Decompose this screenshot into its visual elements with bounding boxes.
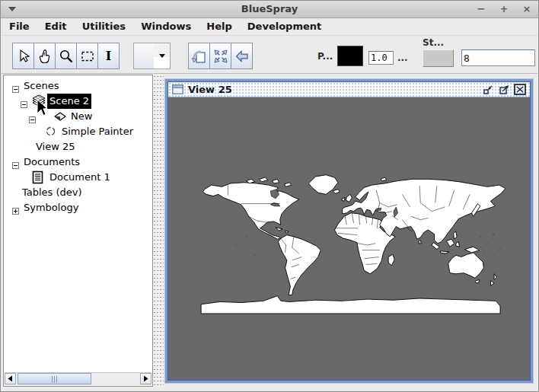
tree-row-documents: Documents [4,155,152,170]
view-window-titlebar[interactable]: View 25 [168,82,530,97]
view-minimize-button[interactable] [482,84,494,95]
hand-icon [37,49,53,64]
paint-color-swatch[interactable] [337,46,363,66]
tree-item-simple-painter[interactable]: Simple Painter [62,124,133,139]
scrollbar-thumb[interactable] [18,373,91,384]
paint-label: P... [317,51,333,62]
titlebar[interactable]: BlueSpray − + × [1,1,538,18]
marquee-tool-button[interactable] [76,43,98,69]
tree-row-scenes: Scenes [4,78,152,94]
stroke-style-button[interactable] [423,49,454,67]
maximize-icon [499,84,510,95]
scroll-left-button[interactable] [5,373,16,384]
map-canvas[interactable] [168,98,530,380]
tree-item-scene2[interactable]: Scene 2 [47,94,91,109]
tree-row-symbology: Symbology [4,200,152,215]
restore-down-icon [483,84,493,95]
view-close-button[interactable] [514,84,526,95]
marquee-icon [80,49,95,64]
expand-arrows-icon [213,49,228,64]
scroll-right-button[interactable] [140,373,151,384]
window-title: BlueSpray [1,3,538,14]
style-dropdown-arrow[interactable] [154,43,171,69]
thumb-grip [52,376,58,383]
window-icon [172,84,183,94]
view-maximize-button[interactable] [498,84,510,95]
fit-extent-button[interactable] [209,43,231,69]
rotate-page-icon [191,47,208,65]
magnifier-icon [59,49,74,64]
collapse-icon[interactable] [12,158,19,165]
stroke-width-input[interactable] [461,49,535,66]
back-button[interactable] [231,43,253,69]
menu-utilities[interactable]: Utilities [82,18,126,35]
view-window: View 25 [165,79,533,383]
menu-edit[interactable]: Edit [45,18,67,35]
tree-row-tables: Tables (dev) [4,185,152,200]
menubar: File Edit Utilities Windows Help Develop… [2,18,537,35]
tree: Scenes Scene 2 [4,78,152,215]
world-map [194,169,506,321]
pointer-icon [16,49,31,64]
tree-row-new: New [4,109,152,124]
collapse-icon[interactable] [21,97,27,104]
application-window: BlueSpray − + × File Edit Utilities Wind… [0,0,539,392]
style-dropdown-value[interactable] [133,43,155,69]
text-tool-icon: I [106,49,111,63]
tree-row-scene2: Scene 2 [4,94,152,109]
tree-item-tables[interactable]: Tables (dev) [22,185,82,200]
tree-item-view25[interactable]: View 25 [36,139,75,155]
triangle-right-icon [143,375,148,382]
minimize-button[interactable]: − [476,1,486,18]
menu-windows[interactable]: Windows [141,18,191,35]
paint-opacity-input[interactable] [368,51,394,65]
menu-file[interactable]: File [9,18,30,35]
text-tool-button[interactable]: I [97,43,120,69]
tree-row-view25: View 25 [4,139,152,155]
more-options-button[interactable]: ... [397,53,408,63]
tree-row-simple-painter: Simple Painter [4,124,152,139]
close-icon [514,84,526,95]
menu-development[interactable]: Development [247,18,321,35]
tree-item-new[interactable]: New [71,109,92,124]
maximize-button[interactable]: + [499,1,509,18]
toolbar: I [2,35,537,74]
tree-item-scenes[interactable]: Scenes [24,78,59,94]
tree-item-document1[interactable]: Document 1 [49,170,110,185]
expand-icon[interactable] [12,204,19,211]
stroke-label: St... [423,37,444,48]
hand-tool-button[interactable] [33,43,56,69]
rotate-page-button[interactable] [188,43,210,69]
chevron-down-icon [159,54,165,58]
panel-splitter[interactable] [153,75,164,387]
tree-row-document1: Document 1 [4,170,152,185]
pointer-tool-button[interactable] [12,43,34,69]
tree-horizontal-scrollbar[interactable] [5,372,151,385]
zoom-tool-button[interactable] [55,43,77,69]
close-button[interactable]: × [521,1,532,18]
tree-item-documents[interactable]: Documents [24,155,80,170]
menu-help[interactable]: Help [206,18,231,35]
view-window-title: View 25 [188,84,232,95]
triangle-left-icon [8,375,13,382]
collapse-icon[interactable] [12,82,19,89]
workspace-area: View 25 [164,75,536,386]
scene-tree-panel: Scenes Scene 2 [3,75,153,387]
back-arrow-icon [234,49,250,64]
tree-item-symbology[interactable]: Symbology [24,200,78,215]
mouse-cursor [35,99,49,121]
